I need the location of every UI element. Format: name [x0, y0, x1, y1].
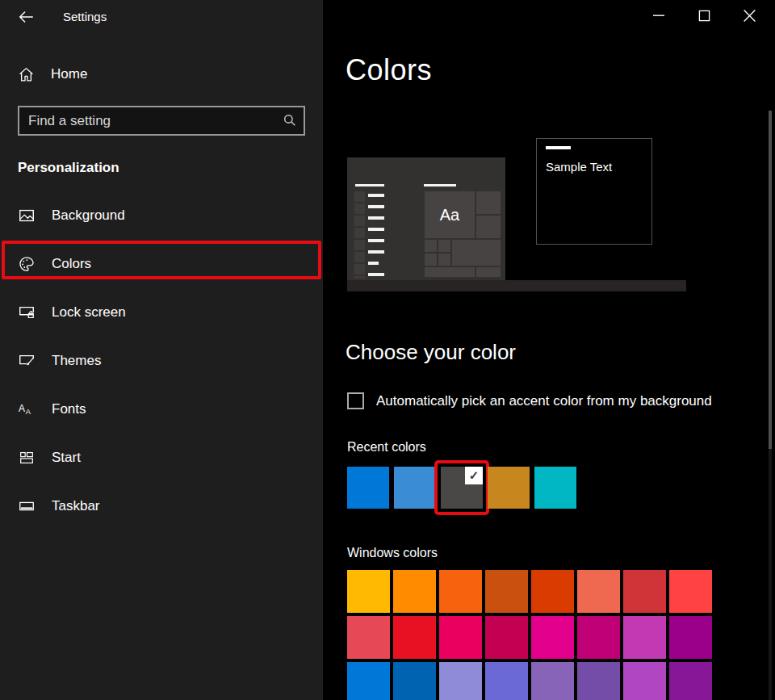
back-arrow-icon [17, 8, 35, 26]
sidebar-item-taskbar[interactable]: Taskbar [0, 488, 323, 525]
taskbar-icon [18, 497, 36, 515]
windows-color-brick-red[interactable] [623, 570, 666, 613]
windows-color-iris-spring[interactable] [577, 662, 620, 700]
svg-text:A: A [19, 403, 25, 414]
preview-tile [438, 254, 450, 266]
sidebar-item-background[interactable]: Background [0, 197, 323, 234]
preview-header-line [355, 184, 384, 187]
windows-color-pale-rust[interactable] [577, 570, 620, 613]
image-icon [18, 207, 36, 224]
close-icon [743, 9, 756, 23]
windows-color-orchid-light[interactable] [623, 616, 666, 659]
windows-color-rust[interactable] [531, 570, 574, 613]
sidebar-item-start[interactable]: Start [0, 439, 323, 476]
recent-colors-heading: Recent colors [347, 440, 426, 455]
preview-tiles-header-line [424, 184, 456, 187]
preview-tile [438, 240, 450, 252]
recent-color-teal[interactable] [534, 467, 576, 509]
preview-list-lines [368, 194, 384, 276]
search-box [18, 106, 305, 136]
windows-color-gold[interactable] [393, 570, 436, 613]
preview-tile [425, 254, 437, 266]
minimize-icon [652, 9, 665, 22]
preview-taskbar [347, 280, 686, 291]
search-icon[interactable] [283, 113, 297, 128]
auto-accent-checkbox[interactable] [347, 392, 364, 409]
windows-color-plum[interactable] [577, 616, 620, 659]
windows-color-red[interactable] [393, 616, 436, 659]
sample-text-preview: Sample Text [536, 138, 652, 245]
windows-color-rose[interactable] [485, 616, 528, 659]
preview-tile [476, 191, 501, 214]
windows-color-violet-red[interactable] [669, 662, 712, 700]
preview-tile [425, 240, 437, 252]
windows-color-navy-blue[interactable] [393, 662, 436, 700]
sidebar-item-label: Themes [52, 353, 101, 369]
svg-text:A: A [26, 408, 31, 416]
windows-colors-heading: Windows colors [347, 546, 438, 560]
main-pane: Colors Aa [323, 0, 775, 700]
sidebar-item-label: Home [51, 66, 87, 82]
start-icon [18, 449, 36, 467]
windows-color-orchid[interactable] [669, 616, 712, 659]
auto-accent-label: Automatically pick an accent color from … [376, 393, 712, 409]
page-title: Colors [346, 53, 432, 87]
sidebar-item-label: Fonts [52, 401, 86, 417]
sidebar-section-heading: Personalization [18, 160, 119, 176]
close-button[interactable] [727, 2, 772, 29]
settings-window: Settings Home Personalization [0, 0, 775, 700]
preview-accent-line [546, 146, 571, 149]
sample-text-label: Sample Text [546, 160, 612, 174]
search-input[interactable] [18, 106, 305, 136]
recent-color-blue[interactable] [347, 467, 389, 509]
windows-color-purple-shadow-dark[interactable] [485, 662, 528, 700]
windows-color-iris-pastel[interactable] [531, 662, 574, 700]
windows-color-violet-red-light[interactable] [623, 662, 666, 700]
recent-color-dark-gray[interactable]: ✓ [441, 467, 483, 509]
fonts-icon: A A [18, 400, 36, 418]
selected-check-icon: ✓ [465, 467, 483, 484]
windows-color-yellow-gold[interactable] [347, 570, 390, 613]
lock-screen-icon [18, 304, 36, 321]
palette-icon [18, 255, 36, 273]
preview-tile [452, 240, 501, 266]
start-menu-preview: Aa [347, 157, 505, 280]
auto-accent-checkbox-row: Automatically pick an accent color from … [347, 392, 712, 409]
windows-color-plum-light[interactable] [531, 616, 574, 659]
preview-aa-tile: Aa [425, 191, 475, 238]
sidebar-item-themes[interactable]: Themes [0, 342, 323, 379]
windows-color-rose-bright[interactable] [439, 616, 482, 659]
choose-color-heading: Choose your color [346, 340, 516, 365]
minimize-button[interactable] [636, 2, 681, 29]
windows-color-pale-red[interactable] [347, 616, 390, 659]
windows-color-mod-red[interactable] [669, 570, 712, 613]
themes-icon [18, 352, 36, 370]
window-title: Settings [63, 10, 107, 23]
preview-tile [476, 267, 501, 277]
sidebar-item-label: Start [52, 450, 81, 466]
sidebar-item-lock-screen[interactable]: Lock screen [0, 294, 323, 331]
recent-colors-grid: ✓ [347, 467, 576, 509]
sidebar-item-colors[interactable]: Colors [0, 245, 323, 283]
recent-color-gold[interactable] [488, 467, 530, 509]
sidebar-item-fonts[interactable]: A A Fonts [0, 391, 323, 428]
preview-tile [476, 216, 501, 238]
sidebar-item-label: Background [52, 207, 125, 224]
windows-color-default-blue[interactable] [347, 662, 390, 700]
back-button[interactable] [15, 6, 37, 27]
windows-color-orange-dark[interactable] [485, 570, 528, 613]
window-controls [636, 2, 772, 29]
sidebar-nav: Background Colors [0, 197, 323, 536]
recent-color-light-blue[interactable] [394, 467, 436, 509]
scrollbar-thumb[interactable] [769, 111, 772, 449]
windows-colors-grid [347, 570, 712, 700]
preview-tile [425, 267, 475, 277]
sidebar-item-label: Colors [52, 256, 91, 272]
sidebar: Settings Home Personalization [0, 0, 323, 700]
windows-color-orange-bright[interactable] [439, 570, 482, 613]
maximize-button[interactable] [681, 2, 727, 29]
sidebar-item-label: Taskbar [52, 498, 100, 514]
windows-color-purple-shadow[interactable] [439, 662, 482, 700]
preview-list-squares [354, 191, 365, 279]
sidebar-item-home[interactable]: Home [0, 57, 323, 92]
